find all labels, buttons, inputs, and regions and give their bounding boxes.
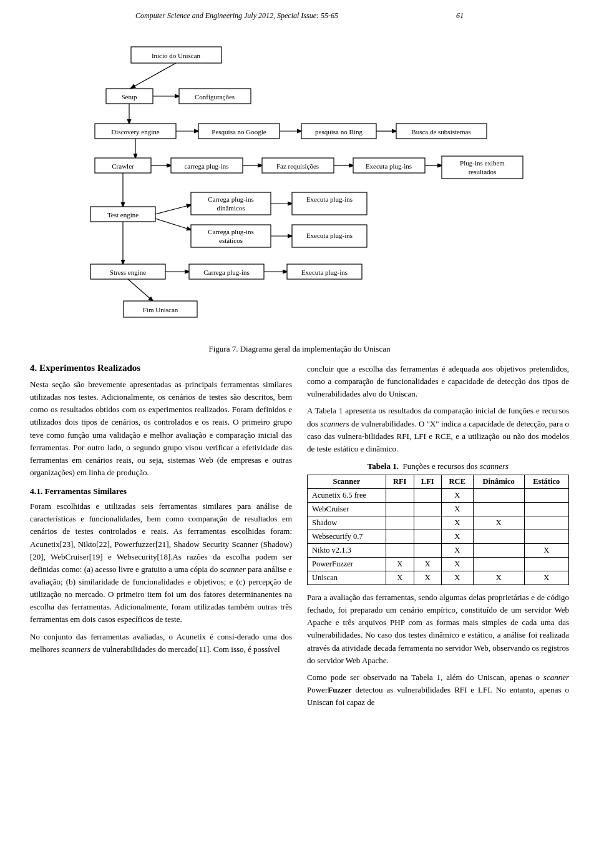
table-cell: X: [473, 516, 524, 530]
table-cell: [386, 530, 414, 543]
table-cell: [473, 530, 524, 543]
arrow-test-est: [155, 219, 191, 230]
table-cell: Shadow: [308, 516, 386, 530]
label-crawler: Crawler: [112, 162, 134, 170]
arrow-inicio-setup: [131, 63, 176, 88]
two-col-layout: 4. Experimentos Realizados Nesta seção s…: [30, 363, 569, 713]
col-rfi: RFI: [386, 475, 414, 488]
figure-caption: Figura 7. Diagrama geral da implementaçã…: [30, 344, 569, 354]
label-discovery: Discovery engine: [111, 128, 159, 136]
table-cell: [386, 516, 414, 530]
table-cell: [524, 557, 569, 571]
arrow-test-din: [155, 205, 191, 214]
col-left: 4. Experimentos Realizados Nesta seção s…: [30, 363, 292, 713]
label-carrega-est-1: Carrega plug-ins: [208, 228, 254, 235]
table-cell: X: [414, 557, 441, 571]
table-cell: [386, 502, 414, 516]
para-right-2: A Tabela 1 apresenta os resultados da co…: [307, 405, 569, 455]
table-cell: X: [386, 571, 414, 584]
table-cell: X: [441, 571, 473, 584]
table-cell: X: [414, 571, 441, 584]
table-row: WebCruiserX: [308, 502, 569, 516]
col-scanner: Scanner: [308, 475, 386, 488]
table-cell: X: [441, 530, 473, 543]
col-rce: RCE: [441, 475, 473, 488]
table-cell: X: [441, 502, 473, 516]
table-cell: [524, 502, 569, 516]
col-lfi: LFI: [414, 475, 441, 488]
para-ferramentas: Foram escolhidas e utilizadas seis ferra…: [30, 500, 292, 626]
table-cell: Websecurify 0.7: [308, 530, 386, 543]
table-cell: X: [441, 516, 473, 530]
para-right-3: Para a avaliação das ferramentas, sendo …: [307, 591, 569, 667]
table-cell: Uniscan: [308, 571, 386, 584]
table-cell: X: [441, 557, 473, 571]
page-number: 61: [456, 11, 464, 20]
table-row: ShadowXX: [308, 516, 569, 530]
subsection-title: 4.1. Ferramentas Similares: [30, 486, 292, 496]
table-row: UniscanXXXXX: [308, 571, 569, 584]
label-config: Configurações: [195, 93, 235, 101]
label-executa-din-1: Executa plug-ins: [306, 195, 353, 203]
label-inicio: Início do Uniscan: [152, 52, 201, 59]
label-executa-crawler: Executa plug-ins: [366, 162, 412, 170]
table-row: PowerFuzzerXXX: [308, 557, 569, 571]
table-cell: [473, 557, 524, 571]
table-cell: [386, 488, 414, 502]
table-cell: [524, 516, 569, 530]
label-busca: Busca de subsistemas: [411, 128, 470, 136]
table-cell: [473, 488, 524, 502]
table-row: Acunetix 6.5 freeX: [308, 488, 569, 502]
flowchart-svg: Início do Uniscan Setup Configurações Di…: [56, 28, 543, 340]
label-google: Pesquisa no Google: [212, 128, 266, 136]
label-stress: Stress engine: [110, 269, 146, 276]
table-cell: [473, 502, 524, 516]
flowchart-container: Início do Uniscan Setup Configurações Di…: [30, 28, 569, 354]
label-carrega-din-2: dinâmicos: [217, 204, 245, 212]
table-cell: PowerFuzzer: [308, 557, 386, 571]
table-cell: X: [441, 488, 473, 502]
col-estatico: Estático: [524, 475, 569, 488]
table-cell: Acunetix 6.5 free: [308, 488, 386, 502]
table-cell: [473, 543, 524, 557]
table-row: Nikto v2.1.3XX: [308, 543, 569, 557]
label-carrega-plugins: carrega plug-ins: [184, 162, 228, 170]
table-cell: [524, 530, 569, 543]
label-exibem-1: Plug-ins exibem: [460, 159, 505, 167]
table-cell: [386, 543, 414, 557]
para-right-1: concluir que a escolha das ferramentas é…: [307, 363, 569, 400]
table-cell: [414, 530, 441, 543]
table-cell: X: [441, 543, 473, 557]
label-faz-req: Faz requisições: [276, 162, 319, 170]
para-acunetix: No conjunto das ferramentas avaliadas, o…: [30, 631, 292, 656]
table-cell: X: [386, 557, 414, 571]
page-header: Computer Science and Engineering July 20…: [30, 11, 569, 21]
table-cell: X: [524, 571, 569, 584]
arrow-stress-fim: [128, 279, 153, 301]
label-carrega-stress: Carrega plug-ins: [203, 269, 250, 276]
table-cell: WebCruiser: [308, 502, 386, 516]
section-title: 4. Experimentos Realizados: [30, 363, 292, 373]
table-row: Websecurify 0.7X: [308, 530, 569, 543]
figure-caption-text: Figura 7. Diagrama geral da implementaçã…: [209, 344, 391, 353]
table-wrapper: Tabela 1. Funções e recursos dos scanner…: [307, 461, 569, 585]
table-cell: [414, 516, 441, 530]
label-setup: Setup: [121, 93, 137, 101]
table-cell: X: [473, 571, 524, 584]
page: Computer Science and Engineering July 20…: [0, 0, 599, 868]
label-exibem-2: resultados: [469, 168, 497, 175]
para-right-4: Como pode ser observado na Tabela 1, alé…: [307, 671, 569, 709]
table-body: Acunetix 6.5 freeXWebCruiserXShadowXXWeb…: [308, 488, 569, 584]
label-fim: Fim Uniscan: [143, 306, 178, 313]
table-cell: [414, 502, 441, 516]
table-cell: [414, 543, 441, 557]
col-dinamico: Dinâmico: [473, 475, 524, 488]
table-cell: X: [524, 543, 569, 557]
label-executa-stress: Executa plug-ins: [301, 269, 348, 276]
comparison-table: Scanner RFI LFI RCE Dinâmico Estático Ac…: [307, 475, 569, 585]
label-bing: pesquisa no Bing: [315, 128, 363, 136]
table-cell: [414, 488, 441, 502]
table-cell: Nikto v2.1.3: [308, 543, 386, 557]
label-test-engine: Test engine: [107, 211, 139, 219]
label-carrega-din-1: Carrega plug-ins: [208, 195, 254, 203]
